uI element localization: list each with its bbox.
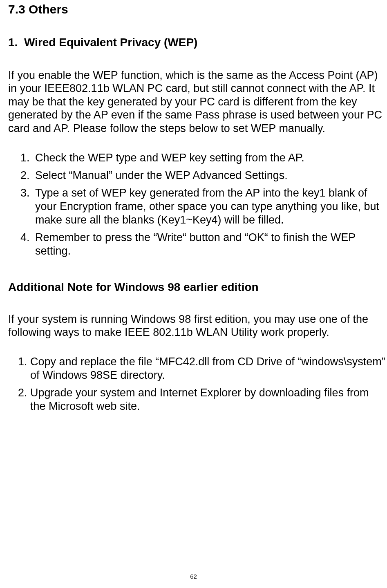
additional-note-intro: If your system is running Windows 98 fir… [8,313,387,339]
intro-paragraph: If you enable the WEP function, which is… [8,69,387,135]
list-item: Upgrade your system and Internet Explore… [30,386,387,413]
list-item: Type a set of WEP key generated from the… [33,186,387,227]
subsection-title: Wired Equivalent Privacy (WEP) [24,36,198,49]
subsection-heading: 1. Wired Equivalent Privacy (WEP) [8,36,387,49]
win98-steps-list: Copy and replace the file “MFC42.dll fro… [8,355,387,413]
page-number: 62 [0,573,387,580]
subsection-number: 1. [8,36,18,49]
section-heading: 7.3 Others [8,2,387,16]
section-title-text: Others [29,2,68,16]
document-page: 7.3 Others 1. Wired Equivalent Privacy (… [0,0,387,413]
additional-note-heading: Additional Note for Windows 98 earlier e… [8,281,387,294]
wep-steps-list: Check the WEP type and WEP key setting f… [8,151,387,258]
list-item: Check the WEP type and WEP key setting f… [33,151,387,165]
list-item: Select “Manual” under the WEP Advanced S… [33,169,387,182]
list-item: Copy and replace the file “MFC42.dll fro… [30,355,387,382]
section-number: 7.3 [8,2,25,16]
list-item: Remember to press the “Write“ button and… [33,231,387,258]
